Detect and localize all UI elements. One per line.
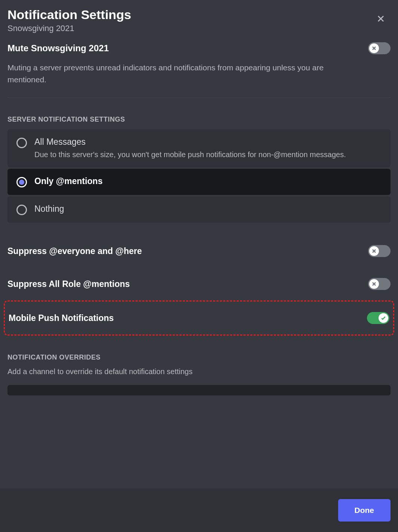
radio-nothing[interactable]: Nothing [7, 196, 391, 223]
radio-circle-icon [16, 138, 27, 148]
mute-description: Muting a server prevents unread indicato… [7, 62, 352, 85]
close-icon [376, 13, 386, 24]
modal-subtitle: Snowsgiving 2021 [7, 24, 374, 33]
radio-content: Only @mentions [34, 176, 382, 186]
notification-radio-group: All Messages Due to this server's size, … [7, 129, 391, 223]
modal-content: Mute Snowsgiving 2021 Muting a server pr… [0, 42, 398, 395]
mute-label: Mute Snowsgiving 2021 [7, 43, 109, 53]
radio-content: All Messages Due to this server's size, … [34, 137, 382, 160]
server-settings-header: SERVER NOTIFICATION SETTINGS [7, 116, 391, 123]
mobile-push-toggle[interactable] [367, 312, 389, 324]
mute-section: Mute Snowsgiving 2021 Muting a server pr… [7, 42, 391, 98]
suppress-everyone-label: Suppress @everyone and @here [7, 246, 142, 256]
radio-all-messages[interactable]: All Messages Due to this server's size, … [7, 129, 391, 167]
channel-override-input[interactable] [7, 385, 391, 395]
modal-title: Notification Settings [7, 7, 374, 22]
header-text-block: Notification Settings Snowsgiving 2021 [7, 7, 374, 33]
toggle-knob [369, 43, 379, 53]
mobile-push-label: Mobile Push Notifications [9, 313, 114, 323]
close-button[interactable] [374, 12, 388, 25]
suppress-roles-toggle[interactable] [368, 278, 391, 290]
overrides-section: NOTIFICATION OVERRIDES Add a channel to … [7, 354, 391, 395]
radio-only-mentions[interactable]: Only @mentions [7, 169, 391, 195]
overrides-description: Add a channel to override its default no… [7, 367, 391, 376]
x-icon [371, 281, 377, 287]
suppress-roles-label: Suppress All Role @mentions [7, 279, 130, 289]
radio-content: Nothing [34, 204, 382, 214]
mute-row: Mute Snowsgiving 2021 [7, 42, 391, 54]
mute-toggle[interactable] [368, 42, 391, 54]
toggle-knob [369, 279, 379, 289]
suppress-roles-row: Suppress All Role @mentions [7, 267, 391, 300]
suppress-everyone-row: Suppress @everyone and @here [7, 235, 391, 267]
radio-circle-icon [16, 205, 27, 215]
modal-header: Notification Settings Snowsgiving 2021 [0, 0, 398, 42]
mobile-push-row: Mobile Push Notifications [9, 302, 389, 334]
check-icon [380, 315, 386, 321]
radio-description: Due to this server's size, you won't get… [34, 149, 382, 160]
overrides-header: NOTIFICATION OVERRIDES [7, 354, 391, 361]
radio-label: All Messages [34, 137, 382, 147]
x-icon [371, 45, 377, 51]
radio-label: Nothing [34, 204, 382, 214]
done-button[interactable]: Done [338, 499, 391, 522]
toggle-knob [379, 313, 388, 323]
mobile-push-highlight: Mobile Push Notifications [4, 300, 394, 336]
x-icon [371, 248, 377, 254]
toggle-knob [369, 246, 379, 256]
radio-circle-icon [16, 177, 27, 187]
modal-footer: Done [0, 489, 398, 532]
radio-label: Only @mentions [34, 176, 382, 186]
suppress-everyone-toggle[interactable] [368, 245, 391, 257]
